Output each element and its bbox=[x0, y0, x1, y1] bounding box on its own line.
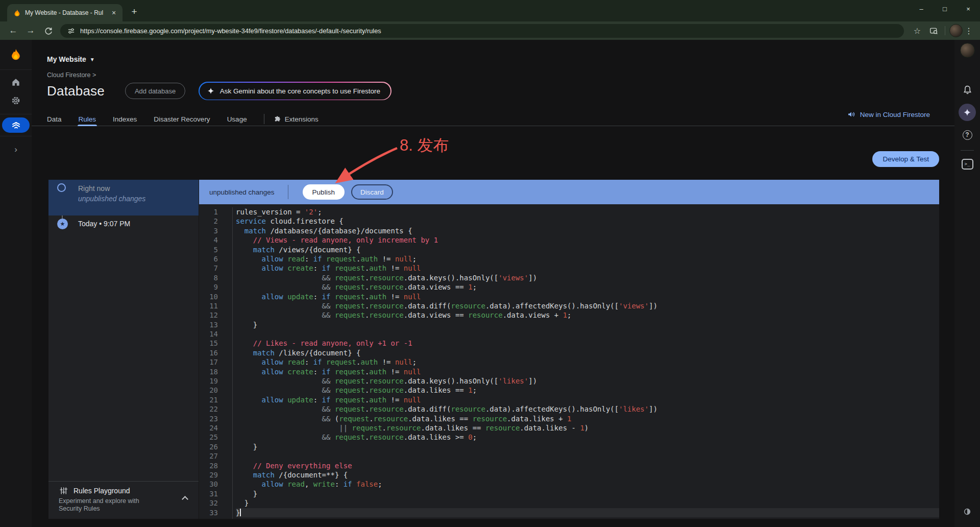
line-number: 30 bbox=[199, 480, 218, 489]
tab-rules[interactable]: Rules bbox=[79, 112, 96, 126]
browser-profile-avatar[interactable] bbox=[949, 24, 963, 37]
code-line[interactable]: && request.resource.data.keys().hasOnly(… bbox=[236, 376, 939, 386]
firebase-logo[interactable] bbox=[0, 40, 32, 69]
code-line[interactable]: match /likes/{document} { bbox=[236, 348, 939, 357]
code-line[interactable]: service cloud.firestore { bbox=[236, 217, 939, 226]
code-line[interactable]: allow update: if request.auth != null bbox=[236, 292, 939, 301]
code-line[interactable]: && request.resource.data.likes >= 0; bbox=[236, 433, 939, 442]
line-number: 3 bbox=[199, 226, 218, 235]
code-line[interactable]: && request.resource.data.keys().hasOnly(… bbox=[236, 273, 939, 282]
project-selector[interactable]: My Website ▼ bbox=[47, 55, 95, 63]
code-line[interactable]: && request.resource.data.likes == 1; bbox=[236, 386, 939, 395]
tab-close-icon[interactable]: × bbox=[109, 8, 118, 17]
firestore-main: My Website ▼ Cloud Firestore > Database … bbox=[32, 40, 954, 527]
rail-divider bbox=[961, 150, 974, 151]
code-lines[interactable]: rules_version = '2';service cloud.firest… bbox=[233, 207, 939, 519]
minimize-button[interactable]: – bbox=[910, 0, 933, 17]
code-line[interactable] bbox=[236, 329, 939, 339]
browser-menu-icon[interactable]: ⋮ bbox=[963, 26, 975, 36]
code-line[interactable]: match /{document=**} { bbox=[236, 470, 939, 480]
line-number: 25 bbox=[199, 433, 218, 442]
forward-button[interactable]: → bbox=[23, 23, 38, 38]
new-tab-button[interactable]: + bbox=[128, 5, 141, 18]
maximize-button[interactable]: □ bbox=[933, 0, 957, 17]
code-line[interactable]: rules_version = '2'; bbox=[236, 207, 939, 217]
publish-button[interactable]: Publish bbox=[303, 184, 345, 200]
breadcrumb[interactable]: Cloud Firestore > bbox=[47, 71, 96, 79]
code-line[interactable]: && request.resource.data.views == resour… bbox=[236, 310, 939, 320]
ask-gemini-button[interactable]: Ask Gemini about the core concepts to us… bbox=[199, 82, 391, 100]
firebase-left-rail: › bbox=[0, 40, 32, 527]
code-line[interactable]: match /databases/{database}/documents { bbox=[236, 226, 939, 235]
url-bar[interactable]: https://console.firebase.google.com/proj… bbox=[60, 24, 904, 38]
code-line[interactable]: allow create: if request.auth != null bbox=[236, 367, 939, 376]
browser-tab[interactable]: My Website - Database - Rul × bbox=[7, 4, 122, 21]
code-line[interactable]: } bbox=[236, 442, 939, 451]
sidebar-item-home[interactable] bbox=[0, 73, 32, 91]
code-line[interactable]: } bbox=[236, 320, 939, 329]
code-line[interactable]: allow create: if request.auth != null bbox=[236, 264, 939, 273]
rules-playground-panel[interactable]: Rules Playground Experiment and explore … bbox=[48, 481, 199, 519]
gemini-sparkle-icon bbox=[207, 87, 215, 95]
sidebar-item-firestore-active[interactable] bbox=[2, 117, 30, 133]
discard-button[interactable]: Discard bbox=[351, 184, 393, 200]
sidebar-item-settings[interactable] bbox=[0, 91, 32, 110]
code-line[interactable]: allow read: if request.auth != null; bbox=[236, 254, 939, 264]
rules-editor-panel: unpublished changes Publish Discard 1234… bbox=[199, 180, 939, 519]
account-avatar[interactable] bbox=[954, 40, 980, 60]
browser-toolbar: ← → https://console.firebase.google.com/… bbox=[0, 21, 980, 40]
line-number: 31 bbox=[199, 489, 218, 498]
gemini-assistant-button[interactable] bbox=[954, 101, 980, 124]
timeline-item-published[interactable]: ★ Today • 9:07 PM bbox=[48, 215, 199, 235]
code-line[interactable]: match /views/{document} { bbox=[236, 245, 939, 254]
code-line[interactable]: || request.resource.data.likes == resour… bbox=[236, 423, 939, 433]
bell-icon bbox=[962, 85, 973, 95]
new-in-firestore-link[interactable]: New in Cloud Firestore bbox=[847, 110, 930, 118]
reload-button[interactable] bbox=[41, 23, 55, 38]
code-line[interactable] bbox=[236, 451, 939, 461]
megaphone-icon bbox=[847, 110, 855, 118]
tab-indexes[interactable]: Indexes bbox=[113, 112, 137, 126]
help-button[interactable]: ? bbox=[954, 124, 980, 146]
tab-disaster-recovery[interactable]: Disaster Recovery bbox=[154, 112, 210, 126]
notifications-button[interactable] bbox=[954, 79, 980, 101]
gemini-sparkle-icon bbox=[963, 108, 972, 117]
code-line[interactable]: } bbox=[236, 489, 939, 498]
code-line[interactable]: && (request.resource.data.likes == resou… bbox=[236, 414, 939, 423]
code-line[interactable]: && request.resource.data.diff(resource.d… bbox=[236, 301, 939, 310]
code-line[interactable]: // Likes - read anyone, only +1 or -1 bbox=[236, 339, 939, 348]
code-line[interactable]: allow update: if request.auth != null bbox=[236, 395, 939, 404]
timeline-ring-icon bbox=[57, 183, 66, 192]
reading-mode-icon[interactable] bbox=[926, 23, 941, 38]
add-database-button[interactable]: Add database bbox=[125, 83, 185, 99]
close-button[interactable]: × bbox=[957, 0, 980, 17]
line-number: 20 bbox=[199, 386, 218, 395]
line-number: 24 bbox=[199, 423, 218, 433]
back-button[interactable]: ← bbox=[6, 23, 20, 38]
code-line[interactable]: } bbox=[236, 498, 939, 508]
theme-toggle-button[interactable] bbox=[954, 500, 980, 523]
tab-data[interactable]: Data bbox=[47, 112, 62, 126]
terminal-button[interactable]: >_ bbox=[954, 155, 980, 173]
code-line[interactable]: allow read: if request.auth != null; bbox=[236, 357, 939, 367]
code-line[interactable]: // Deny everything else bbox=[236, 461, 939, 470]
timeline-item-current[interactable]: Right now unpublished changes bbox=[48, 180, 199, 215]
bookmark-star-icon[interactable]: ☆ bbox=[910, 23, 924, 38]
line-number: 8 bbox=[199, 273, 218, 282]
tab-extensions[interactable]: Extensions bbox=[274, 112, 318, 126]
page-title: Database bbox=[47, 83, 105, 99]
code-line[interactable]: allow read, write: if false; bbox=[236, 480, 939, 489]
line-number: 19 bbox=[199, 376, 218, 386]
rail-expand-chevron-icon[interactable]: › bbox=[0, 140, 32, 159]
header-divider bbox=[288, 185, 288, 199]
line-number: 14 bbox=[199, 329, 218, 339]
code-line[interactable]: && request.resource.data.diff(resource.d… bbox=[236, 404, 939, 414]
tab-usage[interactable]: Usage bbox=[227, 112, 247, 126]
develop-test-button[interactable]: Develop & Test bbox=[872, 151, 939, 167]
code-line[interactable]: && request.resource.data.views == 1; bbox=[236, 282, 939, 292]
collapse-chevron-icon[interactable] bbox=[182, 496, 188, 502]
code-line[interactable]: } bbox=[236, 508, 939, 517]
code-line[interactable]: // Views - read anyone, only increment b… bbox=[236, 235, 939, 245]
rules-code-editor[interactable]: 1234567891011121314151617181920212223242… bbox=[199, 204, 939, 519]
new-in-firestore-label: New in Cloud Firestore bbox=[860, 111, 930, 118]
